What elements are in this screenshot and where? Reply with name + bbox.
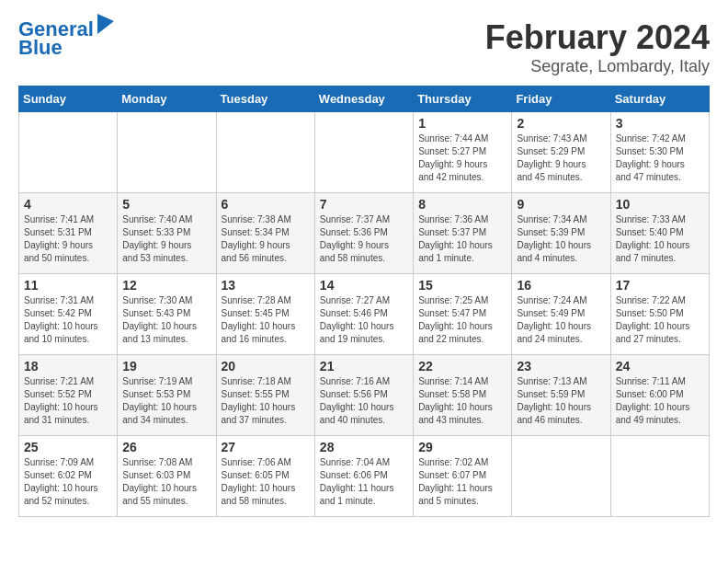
day-number: 13 xyxy=(222,278,310,293)
day-info: Sunrise: 7:09 AM Sunset: 6:02 PM Dayligh… xyxy=(24,456,112,508)
calendar-cell: 6Sunrise: 7:38 AM Sunset: 5:34 PM Daylig… xyxy=(216,193,314,274)
calendar-cell: 28Sunrise: 7:04 AM Sunset: 6:06 PM Dayli… xyxy=(314,436,413,517)
day-info: Sunrise: 7:31 AM Sunset: 5:42 PM Dayligh… xyxy=(24,294,112,346)
calendar-cell xyxy=(512,436,610,517)
day-info: Sunrise: 7:27 AM Sunset: 5:46 PM Dayligh… xyxy=(320,294,408,346)
calendar-cell: 12Sunrise: 7:30 AM Sunset: 5:43 PM Dayli… xyxy=(118,274,216,355)
day-number: 7 xyxy=(320,197,408,212)
calendar-cell: 5Sunrise: 7:40 AM Sunset: 5:33 PM Daylig… xyxy=(118,193,216,274)
day-number: 21 xyxy=(320,359,408,373)
day-number: 8 xyxy=(418,197,506,212)
calendar-cell: 13Sunrise: 7:28 AM Sunset: 5:45 PM Dayli… xyxy=(216,274,314,355)
day-number: 15 xyxy=(418,278,506,293)
calendar-cell: 20Sunrise: 7:18 AM Sunset: 5:55 PM Dayli… xyxy=(216,355,314,436)
calendar-cell xyxy=(19,112,118,193)
calendar-cell: 24Sunrise: 7:11 AM Sunset: 6:00 PM Dayli… xyxy=(610,355,709,436)
calendar-cell xyxy=(610,436,709,517)
weekday-header-sunday: Sunday xyxy=(19,86,118,112)
day-info: Sunrise: 7:11 AM Sunset: 6:00 PM Dayligh… xyxy=(616,375,704,427)
weekday-header-friday: Friday xyxy=(512,86,610,112)
day-number: 25 xyxy=(24,440,112,454)
calendar-cell: 26Sunrise: 7:08 AM Sunset: 6:03 PM Dayli… xyxy=(118,436,216,517)
day-info: Sunrise: 7:40 AM Sunset: 5:33 PM Dayligh… xyxy=(122,213,210,265)
calendar-cell: 11Sunrise: 7:31 AM Sunset: 5:42 PM Dayli… xyxy=(19,274,118,355)
weekday-header-wednesday: Wednesday xyxy=(314,86,413,112)
day-number: 17 xyxy=(616,278,704,293)
location-title: Segrate, Lombardy, Italy xyxy=(485,57,710,76)
week-row-5: 25Sunrise: 7:09 AM Sunset: 6:02 PM Dayli… xyxy=(19,436,710,517)
day-number: 29 xyxy=(418,440,506,454)
day-info: Sunrise: 7:24 AM Sunset: 5:49 PM Dayligh… xyxy=(517,294,605,346)
day-number: 14 xyxy=(320,278,408,293)
day-number: 5 xyxy=(122,197,210,212)
day-number: 6 xyxy=(222,197,310,212)
day-info: Sunrise: 7:22 AM Sunset: 5:50 PM Dayligh… xyxy=(616,294,704,346)
calendar-cell xyxy=(118,112,216,193)
day-number: 1 xyxy=(418,116,506,131)
calendar-cell xyxy=(216,112,314,193)
day-info: Sunrise: 7:37 AM Sunset: 5:36 PM Dayligh… xyxy=(320,213,408,265)
calendar-cell: 16Sunrise: 7:24 AM Sunset: 5:49 PM Dayli… xyxy=(512,274,610,355)
day-number: 27 xyxy=(222,440,310,454)
day-info: Sunrise: 7:04 AM Sunset: 6:06 PM Dayligh… xyxy=(320,456,408,508)
day-info: Sunrise: 7:21 AM Sunset: 5:52 PM Dayligh… xyxy=(24,375,112,427)
day-info: Sunrise: 7:08 AM Sunset: 6:03 PM Dayligh… xyxy=(122,456,210,508)
day-info: Sunrise: 7:18 AM Sunset: 5:55 PM Dayligh… xyxy=(222,375,310,427)
day-number: 11 xyxy=(24,278,112,293)
week-row-2: 4Sunrise: 7:41 AM Sunset: 5:31 PM Daylig… xyxy=(19,193,710,274)
day-number: 10 xyxy=(616,197,704,212)
title-area: February 2024 Segrate, Lombardy, Italy xyxy=(485,18,710,76)
calendar-table: SundayMondayTuesdayWednesdayThursdayFrid… xyxy=(18,86,710,517)
day-info: Sunrise: 7:38 AM Sunset: 5:34 PM Dayligh… xyxy=(222,213,310,265)
svg-marker-0 xyxy=(97,14,114,34)
calendar-cell: 17Sunrise: 7:22 AM Sunset: 5:50 PM Dayli… xyxy=(610,274,709,355)
weekday-header-thursday: Thursday xyxy=(414,86,512,112)
weekday-header-monday: Monday xyxy=(118,86,216,112)
day-number: 23 xyxy=(517,359,605,373)
calendar-cell: 29Sunrise: 7:02 AM Sunset: 6:07 PM Dayli… xyxy=(414,436,512,517)
weekday-header-tuesday: Tuesday xyxy=(216,86,314,112)
day-info: Sunrise: 7:16 AM Sunset: 5:56 PM Dayligh… xyxy=(320,375,408,427)
day-info: Sunrise: 7:13 AM Sunset: 5:59 PM Dayligh… xyxy=(517,375,605,427)
day-info: Sunrise: 7:06 AM Sunset: 6:05 PM Dayligh… xyxy=(222,456,310,508)
weekday-header-saturday: Saturday xyxy=(610,86,709,112)
calendar-cell: 3Sunrise: 7:42 AM Sunset: 5:30 PM Daylig… xyxy=(610,112,709,193)
weekday-header-row: SundayMondayTuesdayWednesdayThursdayFrid… xyxy=(19,86,710,112)
day-number: 2 xyxy=(517,116,605,131)
day-info: Sunrise: 7:02 AM Sunset: 6:07 PM Dayligh… xyxy=(418,456,506,508)
calendar-cell: 21Sunrise: 7:16 AM Sunset: 5:56 PM Dayli… xyxy=(314,355,413,436)
calendar-cell: 10Sunrise: 7:33 AM Sunset: 5:40 PM Dayli… xyxy=(610,193,709,274)
day-number: 4 xyxy=(24,197,112,212)
calendar-cell: 4Sunrise: 7:41 AM Sunset: 5:31 PM Daylig… xyxy=(19,193,118,274)
day-info: Sunrise: 7:41 AM Sunset: 5:31 PM Dayligh… xyxy=(24,213,112,265)
day-info: Sunrise: 7:43 AM Sunset: 5:29 PM Dayligh… xyxy=(517,132,605,184)
calendar-cell: 14Sunrise: 7:27 AM Sunset: 5:46 PM Dayli… xyxy=(314,274,413,355)
logo-flag-icon xyxy=(97,14,114,34)
day-number: 12 xyxy=(122,278,210,293)
day-number: 3 xyxy=(616,116,704,131)
day-info: Sunrise: 7:36 AM Sunset: 5:37 PM Dayligh… xyxy=(418,213,506,265)
calendar-cell: 2Sunrise: 7:43 AM Sunset: 5:29 PM Daylig… xyxy=(512,112,610,193)
day-number: 22 xyxy=(418,359,506,373)
month-title: February 2024 xyxy=(485,18,710,57)
calendar-cell xyxy=(314,112,413,193)
calendar-cell: 15Sunrise: 7:25 AM Sunset: 5:47 PM Dayli… xyxy=(414,274,512,355)
day-number: 28 xyxy=(320,440,408,454)
calendar-cell: 27Sunrise: 7:06 AM Sunset: 6:05 PM Dayli… xyxy=(216,436,314,517)
week-row-3: 11Sunrise: 7:31 AM Sunset: 5:42 PM Dayli… xyxy=(19,274,710,355)
calendar-cell: 7Sunrise: 7:37 AM Sunset: 5:36 PM Daylig… xyxy=(314,193,413,274)
calendar-cell: 8Sunrise: 7:36 AM Sunset: 5:37 PM Daylig… xyxy=(414,193,512,274)
header: General Blue February 2024 Segrate, Lomb… xyxy=(18,18,710,76)
day-info: Sunrise: 7:34 AM Sunset: 5:39 PM Dayligh… xyxy=(517,213,605,265)
day-info: Sunrise: 7:30 AM Sunset: 5:43 PM Dayligh… xyxy=(122,294,210,346)
calendar-cell: 9Sunrise: 7:34 AM Sunset: 5:39 PM Daylig… xyxy=(512,193,610,274)
calendar-cell: 23Sunrise: 7:13 AM Sunset: 5:59 PM Dayli… xyxy=(512,355,610,436)
calendar-cell: 18Sunrise: 7:21 AM Sunset: 5:52 PM Dayli… xyxy=(19,355,118,436)
day-info: Sunrise: 7:25 AM Sunset: 5:47 PM Dayligh… xyxy=(418,294,506,346)
day-number: 20 xyxy=(222,359,310,373)
day-info: Sunrise: 7:42 AM Sunset: 5:30 PM Dayligh… xyxy=(616,132,704,184)
calendar-cell: 1Sunrise: 7:44 AM Sunset: 5:27 PM Daylig… xyxy=(414,112,512,193)
week-row-1: 1Sunrise: 7:44 AM Sunset: 5:27 PM Daylig… xyxy=(19,112,710,193)
day-number: 24 xyxy=(616,359,704,373)
day-info: Sunrise: 7:33 AM Sunset: 5:40 PM Dayligh… xyxy=(616,213,704,265)
